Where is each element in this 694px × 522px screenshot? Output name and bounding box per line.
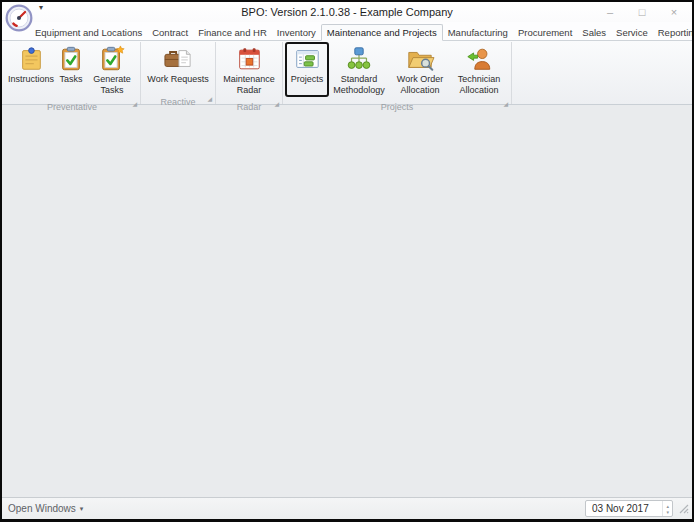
- button-label: Standard Methodology: [329, 74, 389, 95]
- group-footer-preventative: Preventative ◢: [5, 96, 139, 109]
- group-label: Radar: [237, 102, 262, 112]
- resize-grip[interactable]: [678, 503, 689, 514]
- calendar-radar-icon: [235, 44, 263, 74]
- tab-sales[interactable]: Sales: [577, 25, 611, 40]
- instructions-button[interactable]: Instructions: [7, 43, 55, 96]
- group-label: Preventative: [47, 102, 97, 112]
- technician-assign-icon: [465, 44, 493, 74]
- task-clipboard-icon: [57, 44, 85, 74]
- tasks-button[interactable]: Tasks: [55, 43, 87, 96]
- tab-procurement[interactable]: Procurement: [513, 25, 577, 40]
- group-footer-projects: Projects ◢: [284, 96, 510, 109]
- briefcase-document-icon: [162, 44, 194, 74]
- window-title: BPO: Version 2.1.0.38 - Example Company: [2, 2, 692, 22]
- dialog-launcher-icon[interactable]: ◢: [274, 101, 279, 107]
- status-bar: Open Windows ▾ 03 Nov 2017 ▴ ▾: [2, 497, 692, 519]
- org-chart-icon: [345, 44, 373, 74]
- group-label: Projects: [381, 102, 414, 112]
- maintenance-radar-button[interactable]: Maintenance Radar: [219, 43, 279, 96]
- technician-allocation-button[interactable]: Technician Allocation: [450, 43, 508, 96]
- group-footer-reactive: Reactive ◢: [142, 91, 214, 104]
- chevron-down-icon: ▾: [80, 505, 84, 513]
- projects-button[interactable]: Projects: [286, 43, 328, 96]
- tab-maintenance-and-projects[interactable]: Maintenance and Projects: [321, 24, 443, 41]
- app-logo-icon: [5, 4, 33, 32]
- standard-methodology-button[interactable]: Standard Methodology: [328, 43, 390, 96]
- title-bar: ▾ BPO: Version 2.1.0.38 - Example Compan…: [2, 2, 692, 22]
- generate-tasks-button[interactable]: Generate Tasks: [87, 43, 137, 96]
- tab-finance-and-hr[interactable]: Finance and HR: [193, 25, 272, 40]
- spinner-down-icon[interactable]: ▾: [666, 509, 669, 515]
- ribbon-group-preventative: Instructions Tasks: [4, 42, 141, 104]
- maximize-button[interactable]: □: [626, 2, 658, 22]
- sticky-note-icon: [17, 44, 45, 74]
- button-label: Instructions: [8, 74, 54, 85]
- ribbon-group-radar: Maintenance Radar Radar ◢: [216, 42, 283, 104]
- button-label: Technician Allocation: [451, 74, 507, 95]
- tab-inventory[interactable]: Inventory: [272, 25, 321, 40]
- project-gantt-icon: [293, 44, 321, 74]
- folder-search-icon: [405, 44, 435, 74]
- ribbon-tab-bar: Equipment and Locations Contract Finance…: [2, 22, 692, 41]
- work-order-allocation-button[interactable]: Work Order Allocation: [390, 43, 450, 96]
- tab-reporting[interactable]: Reporting: [653, 25, 694, 40]
- dialog-launcher-icon[interactable]: ◢: [207, 96, 212, 102]
- date-field[interactable]: 03 Nov 2017 ▴ ▾: [585, 500, 673, 517]
- app-window: ▾ BPO: Version 2.1.0.38 - Example Compan…: [0, 0, 694, 522]
- window-controls: – □ ×: [594, 2, 690, 22]
- group-label: Reactive: [160, 97, 195, 107]
- work-requests-button[interactable]: Work Requests: [144, 43, 212, 91]
- dialog-launcher-icon[interactable]: ◢: [132, 101, 137, 107]
- open-windows-label: Open Windows: [8, 503, 76, 514]
- tab-service[interactable]: Service: [611, 25, 653, 40]
- button-label: Projects: [291, 74, 324, 85]
- button-label: Work Requests: [147, 74, 208, 85]
- ribbon-group-reactive: Work Requests Reactive ◢: [141, 42, 216, 104]
- button-label: Tasks: [59, 74, 82, 85]
- button-label: Maintenance Radar: [220, 74, 278, 95]
- date-value: 03 Nov 2017: [586, 503, 662, 514]
- tab-contract[interactable]: Contract: [147, 25, 193, 40]
- main-content-area: [2, 105, 692, 497]
- dialog-launcher-icon[interactable]: ◢: [503, 101, 508, 107]
- tab-manufacturing[interactable]: Manufacturing: [443, 25, 513, 40]
- minimize-button[interactable]: –: [594, 2, 626, 22]
- button-label: Generate Tasks: [88, 74, 136, 95]
- group-footer-radar: Radar ◢: [217, 96, 281, 109]
- open-windows-button[interactable]: Open Windows ▾: [8, 503, 83, 514]
- ribbon: Instructions Tasks: [2, 41, 692, 105]
- tab-equipment-and-locations[interactable]: Equipment and Locations: [30, 25, 147, 40]
- close-button[interactable]: ×: [658, 2, 690, 22]
- ribbon-group-projects: Projects Standard Methodology: [283, 42, 512, 104]
- generate-tasks-icon: [98, 44, 126, 74]
- button-label: Work Order Allocation: [391, 74, 449, 95]
- date-spinner: ▴ ▾: [662, 501, 672, 516]
